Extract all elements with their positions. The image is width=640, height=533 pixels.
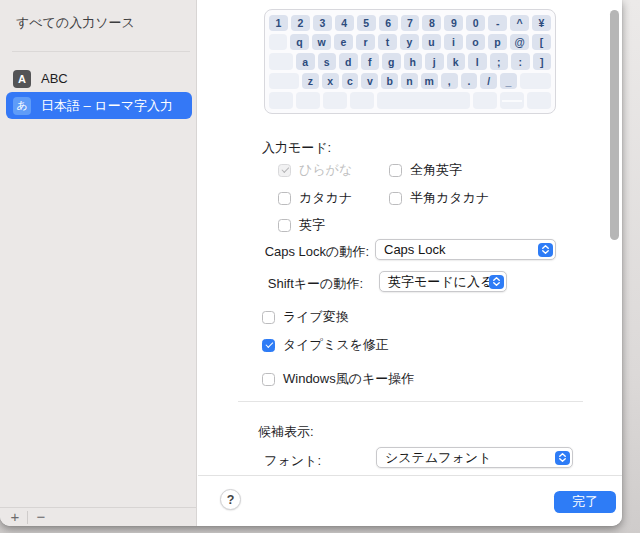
key--: - xyxy=(488,15,507,32)
key-blank xyxy=(520,73,551,90)
stepper-icon xyxy=(538,243,553,258)
checkbox-hankaku-katakana[interactable]: 半角カタカナ xyxy=(389,189,489,207)
hiragana-input-icon: あ xyxy=(13,97,31,115)
key-t: t xyxy=(378,34,397,51)
key-¥: ¥ xyxy=(532,15,551,32)
key-blank xyxy=(323,92,347,109)
button-separator xyxy=(27,511,28,524)
input-source-sheet: すべての入力ソース A ABC あ 日本語 – ローマ字入力 + − 12345… xyxy=(0,0,622,526)
key-_: _ xyxy=(500,73,517,90)
key-blank xyxy=(377,92,470,109)
sidebar-footer-divider xyxy=(0,507,196,508)
key-6: 6 xyxy=(379,15,398,32)
key-l: l xyxy=(468,53,487,70)
checkbox-box xyxy=(262,373,275,386)
key-;: ; xyxy=(490,53,509,70)
checkbox-label: Windows風のキー操作 xyxy=(283,370,414,388)
remove-input-source-button[interactable]: − xyxy=(32,509,50,525)
add-input-source-button[interactable]: + xyxy=(6,509,24,525)
key-blank xyxy=(296,92,320,109)
font-label: フォント: xyxy=(198,452,321,470)
sidebar-item-abc[interactable]: A ABC xyxy=(6,65,192,92)
checkbox-zenkaku-eiji[interactable]: 全角英字 xyxy=(389,161,462,179)
key-:: : xyxy=(511,53,530,70)
checkbox-label: 英字 xyxy=(299,216,325,234)
key-a: a xyxy=(296,53,315,70)
checkbox-eiji[interactable]: 英字 xyxy=(278,216,325,234)
key-u: u xyxy=(422,34,441,51)
key-d: d xyxy=(339,53,358,70)
sidebar-header: すべての入力ソース xyxy=(16,14,135,32)
checkbox-box xyxy=(389,164,402,177)
key-blank xyxy=(269,92,293,109)
key-blank xyxy=(269,34,287,51)
key-9: 9 xyxy=(444,15,463,32)
sidebar-divider xyxy=(12,51,190,52)
shift-key-select[interactable]: 英字モードに入る xyxy=(379,271,507,292)
key-blank xyxy=(527,92,551,109)
shift-key-value: 英字モードに入る xyxy=(388,273,493,291)
checkbox-hiragana[interactable]: ひらがな xyxy=(278,161,352,179)
caps-lock-value: Caps Lock xyxy=(384,242,445,257)
key-j: j xyxy=(425,53,444,70)
key-i: i xyxy=(444,34,463,51)
key-blank xyxy=(269,73,299,90)
shift-key-label: Shiftキーの動作: xyxy=(198,275,363,293)
key-/: / xyxy=(480,73,497,90)
key-f: f xyxy=(361,53,380,70)
checkbox-live-conversion[interactable]: ライブ変換 xyxy=(262,308,349,326)
section-divider xyxy=(238,401,583,402)
key-blank xyxy=(269,53,293,70)
key-^: ^ xyxy=(510,15,529,32)
help-button[interactable]: ? xyxy=(220,489,241,510)
key-3: 3 xyxy=(313,15,332,32)
font-value: システムフォント xyxy=(385,449,491,467)
stepper-icon xyxy=(489,275,504,290)
key-,: , xyxy=(441,73,458,90)
checkbox-label: ライブ変換 xyxy=(283,308,349,326)
caps-lock-label: Caps Lockの動作: xyxy=(198,243,369,261)
key-n: n xyxy=(401,73,418,90)
done-button[interactable]: 完了 xyxy=(554,491,616,513)
keyboard-row: 1234567890-^¥ xyxy=(269,15,551,32)
checkbox-box xyxy=(262,311,275,324)
key-x: x xyxy=(322,73,339,90)
checkbox-box xyxy=(278,219,291,232)
key-blank xyxy=(500,92,524,109)
input-mode-label: 入力モード: xyxy=(262,139,331,157)
keyboard-row: zxcvbnm,./_ xyxy=(269,73,551,90)
key-k: k xyxy=(447,53,466,70)
sidebar-item-japanese-romaji[interactable]: あ 日本語 – ローマ字入力 xyxy=(6,92,192,119)
key-p: p xyxy=(488,34,507,51)
key-[: [ xyxy=(532,34,551,51)
checkbox-box xyxy=(278,192,291,205)
sidebar-item-label: ABC xyxy=(41,71,68,86)
key-c: c xyxy=(342,73,359,90)
key-r: r xyxy=(356,34,375,51)
key-m: m xyxy=(421,73,438,90)
candidates-label: 候補表示: xyxy=(258,423,314,441)
checkbox-correct-typos[interactable]: タイプミスを修正 xyxy=(262,336,389,354)
key-0: 0 xyxy=(466,15,485,32)
key-blank xyxy=(350,92,374,109)
caps-lock-select[interactable]: Caps Lock xyxy=(375,239,556,260)
key-w: w xyxy=(312,34,331,51)
key-e: e xyxy=(334,34,353,51)
key-h: h xyxy=(404,53,423,70)
sidebar: すべての入力ソース A ABC あ 日本語 – ローマ字入力 + − xyxy=(0,0,197,526)
checkbox-windows-keys[interactable]: Windows風のキー操作 xyxy=(262,370,414,388)
key-2: 2 xyxy=(291,15,310,32)
stepper-icon xyxy=(555,451,570,466)
key-5: 5 xyxy=(357,15,376,32)
checkbox-box xyxy=(278,164,291,177)
font-select[interactable]: システムフォント xyxy=(376,447,573,468)
keyboard-row: asdfghjkl;:] xyxy=(269,53,551,70)
sidebar-item-label: 日本語 – ローマ字入力 xyxy=(41,97,173,115)
footer-divider xyxy=(198,475,622,476)
checkbox-katakana[interactable]: カタカナ xyxy=(278,189,352,207)
vertical-scrollbar[interactable] xyxy=(610,10,619,240)
keyboard-layout-preview: 1234567890-^¥qwertyuiop@[asdfghjkl;:]zxc… xyxy=(264,9,556,114)
key-.: . xyxy=(461,73,478,90)
checkbox-box xyxy=(389,192,402,205)
key-y: y xyxy=(400,34,419,51)
